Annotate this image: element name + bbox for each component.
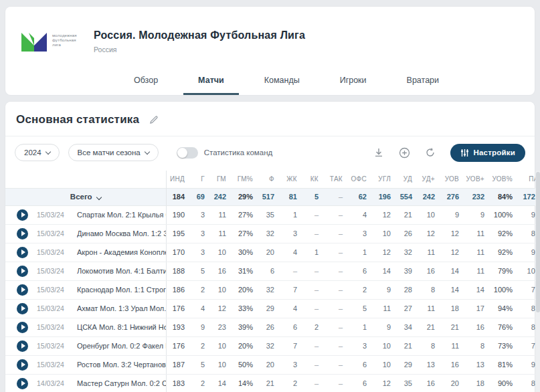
team-stats-toggle[interactable]	[177, 147, 198, 159]
table-row[interactable]: 15/03/24Краснодар Мол. 1:1 Строгино Мол.…	[5, 280, 540, 299]
table-row[interactable]: 15/03/24Ростов Мол. 3:2 Чертаново Мол.18…	[5, 355, 540, 374]
stat-cell: 8	[419, 280, 442, 299]
stat-cell: 6	[260, 262, 281, 280]
table-row[interactable]: 15/03/24Акрон - Академия Коноплева Мо...…	[5, 243, 540, 262]
stat-cell: 12	[442, 224, 466, 243]
play-icon[interactable]	[17, 340, 28, 352]
refresh-icon[interactable]	[425, 147, 436, 158]
column-header[interactable]: УОВ+	[466, 171, 491, 188]
match-date: 15/03/24	[37, 267, 72, 275]
match-name[interactable]: Мастер Сатурн Мол. 0:2 Сочи Мол.	[77, 379, 166, 387]
totals-cell: –	[325, 188, 349, 205]
play-icon[interactable]	[17, 303, 28, 314]
stat-cell: 10	[211, 355, 233, 374]
totals-cell: 5	[304, 188, 325, 205]
play-icon[interactable]	[17, 247, 28, 258]
table-scrollbar[interactable]	[535, 171, 540, 392]
totals-cell: 62	[349, 188, 373, 205]
edit-icon[interactable]	[149, 114, 159, 125]
tab-4[interactable]: Игроки	[325, 76, 381, 95]
stat-cell: 6	[281, 318, 304, 336]
column-header[interactable]: УД+	[419, 171, 442, 188]
stat-cell: –	[325, 262, 349, 280]
play-icon[interactable]	[17, 284, 28, 296]
match-name[interactable]: Акрон - Академия Коноплева Мо...	[77, 248, 166, 256]
tab-2[interactable]: Матчи	[183, 76, 239, 95]
table-row[interactable]: 15/03/24Локомотив Мол. 4:1 Балтика-Мол.1…	[5, 262, 540, 280]
stat-cell: 26	[260, 318, 281, 336]
match-name[interactable]: Оренбург Мол. 0:2 Факел Мол.	[77, 342, 166, 350]
stat-cell: 9	[373, 318, 397, 336]
stat-cell: 27%	[233, 205, 260, 224]
stat-cell: 11	[211, 205, 233, 224]
stat-cell: 1	[281, 205, 304, 224]
totals-cell: 196	[373, 188, 397, 205]
column-header[interactable]: Ф	[260, 171, 281, 188]
stat-cell: 5	[191, 262, 211, 280]
column-header[interactable]: УОВ%	[491, 171, 519, 188]
play-icon[interactable]	[17, 359, 28, 371]
match-name[interactable]: Ахмат Мол. 1:3 Урал Мол.	[77, 304, 166, 312]
totals-cell: 69	[191, 188, 211, 205]
play-icon[interactable]	[17, 266, 28, 277]
play-icon[interactable]	[17, 228, 28, 239]
stat-cell: 11	[466, 243, 491, 262]
column-header[interactable]: ЖК	[281, 171, 304, 188]
totals-label[interactable]: Всего	[5, 188, 166, 205]
stat-cell: 32	[397, 243, 419, 262]
table-row[interactable]: 15/03/24Оренбург Мол. 0:2 Факел Мол.1762…	[5, 336, 540, 355]
stat-cell: 11	[466, 262, 491, 280]
table-row[interactable]: 14/03/24Мастер Сатурн Мол. 0:2 Сочи Мол.…	[5, 374, 540, 392]
match-name[interactable]: Динамо Москва Мол. 1:2 Зенит М...	[77, 229, 166, 237]
match-name[interactable]: Спартак Мол. 2:1 Крылья Советов...	[77, 211, 166, 219]
stat-cell: 13	[466, 355, 491, 374]
column-header[interactable]: УГЛ	[373, 171, 397, 188]
stat-cell: 21	[442, 318, 466, 336]
league-header-card: молодежная футбольная лига Россия. Молод…	[5, 7, 535, 95]
match-name[interactable]: Ростов Мол. 3:2 Чертаново Мол.	[77, 361, 166, 369]
column-header[interactable]: ТАК	[325, 171, 349, 188]
match-date: 15/03/24	[37, 286, 72, 294]
play-icon[interactable]	[17, 378, 28, 389]
scrollbar-thumb[interactable]	[536, 172, 540, 312]
column-header[interactable]: ГМ%	[233, 171, 260, 188]
stat-cell: 4	[349, 205, 373, 224]
stat-cell: 17	[466, 299, 491, 318]
stat-cell: 5	[349, 299, 373, 318]
table-row[interactable]: 15/03/24Динамо Москва Мол. 1:2 Зенит М..…	[5, 224, 540, 243]
table-row[interactable]: 15/03/24ЦСКА Мол. 8:1 Нижний Новгород ..…	[5, 318, 540, 336]
season-select[interactable]: 2024	[15, 144, 60, 161]
table-row[interactable]: 15/03/24Ахмат Мол. 1:3 Урал Мол.17641233…	[5, 299, 540, 318]
tab-5[interactable]: Вратари	[392, 76, 454, 95]
stat-cell: –	[304, 224, 325, 243]
column-header[interactable]: ИНД	[166, 171, 191, 188]
table-row[interactable]: 15/03/24Спартак Мол. 2:1 Крылья Советов.…	[5, 205, 540, 224]
totals-row: Всего1846924229%517815–62196554242276232…	[5, 188, 540, 205]
match-name[interactable]: Локомотив Мол. 4:1 Балтика-Мол.	[77, 267, 166, 275]
column-header[interactable]: КК	[304, 171, 325, 188]
match-name[interactable]: ЦСКА Мол. 8:1 Нижний Новгород ...	[77, 323, 166, 331]
column-header[interactable]: ОФС	[349, 171, 373, 188]
column-header[interactable]: ГМ	[211, 171, 233, 188]
match-filter-select[interactable]: Все матчи сезона	[68, 144, 159, 161]
tab-3[interactable]: Команды	[250, 76, 314, 95]
stat-cell: 92%	[491, 224, 519, 243]
stat-cell: 21	[260, 374, 281, 392]
stat-cell: 34	[397, 318, 419, 336]
match-name[interactable]: Краснодар Мол. 1:1 Строгино Мол.	[77, 286, 166, 294]
play-icon[interactable]	[17, 209, 28, 221]
stat-cell: 14	[442, 262, 466, 280]
stat-cell: 193	[166, 318, 191, 336]
stat-cell: 187	[166, 355, 191, 374]
stat-cell: –	[304, 355, 325, 374]
play-icon[interactable]	[17, 322, 28, 333]
stat-cell: 16	[466, 318, 491, 336]
tab-1[interactable]: Обзор	[119, 76, 173, 95]
download-icon[interactable]	[373, 147, 384, 158]
plus-circle-icon[interactable]	[399, 147, 410, 159]
column-header[interactable]: УД	[397, 171, 419, 188]
stat-cell: 10	[373, 355, 397, 374]
column-header[interactable]: УОВ	[442, 171, 466, 188]
column-header[interactable]: Г	[191, 171, 211, 188]
settings-button[interactable]: Настройки	[450, 144, 525, 162]
